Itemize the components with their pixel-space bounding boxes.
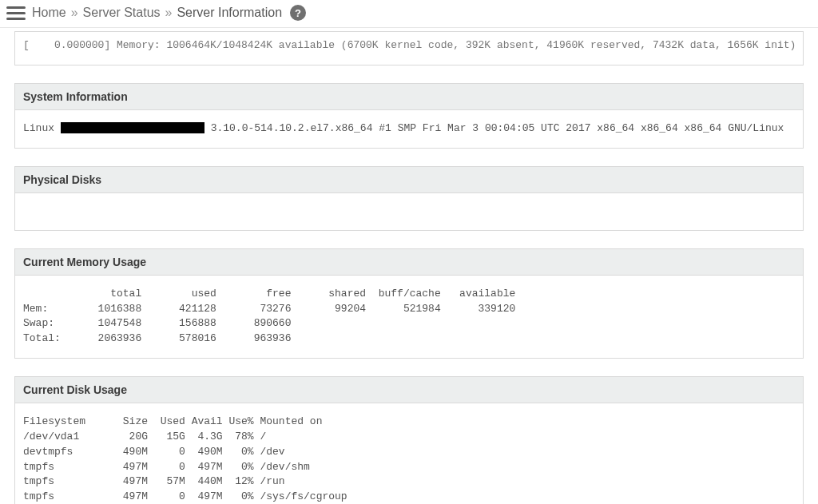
topbar: Home » Server Status » Server Informatio… [0,0,818,28]
disk-output: Filesystem Size Used Avail Use% Mounted … [15,403,803,504]
breadcrumb-home[interactable]: Home [32,6,66,20]
system-info-output: Linux 3.10.0-514.10.2.el7.x86_64 #1 SMP … [15,110,803,148]
help-icon[interactable]: ? [290,5,306,21]
panel-disk-usage: Current Disk Usage Filesystem Size Used … [14,376,804,504]
kernel-string: 3.10.0-514.10.2.el7.x86_64 #1 SMP Fri Ma… [204,122,784,134]
panel-physical-disks: Physical Disks [14,166,804,231]
panel-memory-usage: Current Memory Usage total used free sha… [14,248,804,359]
breadcrumb-current: Server Information [177,6,282,20]
dmesg-output: [ 0.000000] Memory: 1006464K/1048424K av… [15,32,803,65]
panel-dmesg: [ 0.000000] Memory: 1006464K/1048424K av… [14,31,804,65]
breadcrumb-sep: » [165,6,173,20]
panel-system-information: System Information Linux 3.10.0-514.10.2… [14,83,804,149]
os-name: Linux [23,122,54,134]
menu-icon[interactable] [6,6,26,20]
panel-title: Current Disk Usage [15,377,803,403]
memory-output: total used free shared buff/cache availa… [15,276,803,358]
physical-disks-output [15,193,803,230]
breadcrumb-sep: » [71,6,78,20]
page-content: [ 0.000000] Memory: 1006464K/1048424K av… [0,31,818,504]
hostname-redacted [61,122,204,133]
breadcrumb-server-status[interactable]: Server Status [83,6,161,20]
panel-title: Physical Disks [15,167,803,193]
breadcrumb: Home » Server Status » Server Informatio… [32,5,306,21]
panel-title: Current Memory Usage [15,249,803,276]
panel-title: System Information [15,84,803,110]
